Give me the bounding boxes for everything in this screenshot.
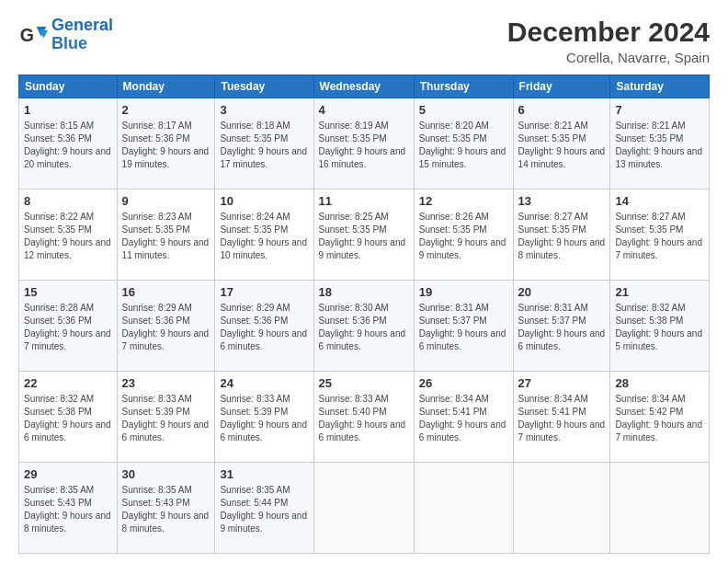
day-number: 21 bbox=[615, 284, 704, 301]
day-info: Sunrise: 8:24 AM Sunset: 5:35 PM Dayligh… bbox=[220, 211, 308, 262]
day-number: 1 bbox=[24, 102, 112, 119]
location-title: Corella, Navarre, Spain bbox=[507, 50, 710, 65]
day-number: 5 bbox=[419, 102, 508, 119]
col-thursday: Thursday bbox=[414, 75, 513, 98]
day-info: Sunrise: 8:33 AM Sunset: 5:40 PM Dayligh… bbox=[319, 393, 409, 444]
day-info: Sunrise: 8:21 AM Sunset: 5:35 PM Dayligh… bbox=[518, 120, 606, 171]
day-number: 30 bbox=[122, 466, 210, 483]
table-row bbox=[610, 463, 710, 554]
day-info: Sunrise: 8:29 AM Sunset: 5:36 PM Dayligh… bbox=[122, 302, 210, 353]
day-number: 19 bbox=[419, 284, 508, 301]
table-row: 2 Sunrise: 8:17 AM Sunset: 5:36 PM Dayli… bbox=[117, 98, 215, 190]
logo-general: General bbox=[51, 16, 113, 34]
day-info: Sunrise: 8:18 AM Sunset: 5:35 PM Dayligh… bbox=[220, 120, 308, 171]
day-info: Sunrise: 8:32 AM Sunset: 5:38 PM Dayligh… bbox=[615, 302, 704, 353]
table-row: 3 Sunrise: 8:18 AM Sunset: 5:35 PM Dayli… bbox=[215, 98, 313, 190]
table-row: 21 Sunrise: 8:32 AM Sunset: 5:38 PM Dayl… bbox=[610, 281, 710, 372]
table-row bbox=[513, 463, 610, 554]
logo-icon: G bbox=[18, 20, 48, 50]
day-info: Sunrise: 8:33 AM Sunset: 5:39 PM Dayligh… bbox=[122, 393, 210, 444]
calendar-week-row: 22 Sunrise: 8:32 AM Sunset: 5:38 PM Dayl… bbox=[19, 372, 710, 463]
table-row: 24 Sunrise: 8:33 AM Sunset: 5:39 PM Dayl… bbox=[215, 372, 313, 463]
calendar-week-row: 8 Sunrise: 8:22 AM Sunset: 5:35 PM Dayli… bbox=[19, 190, 710, 281]
day-info: Sunrise: 8:25 AM Sunset: 5:35 PM Dayligh… bbox=[319, 211, 409, 262]
table-row: 26 Sunrise: 8:34 AM Sunset: 5:41 PM Dayl… bbox=[414, 372, 513, 463]
day-info: Sunrise: 8:34 AM Sunset: 5:41 PM Dayligh… bbox=[518, 393, 606, 444]
col-wednesday: Wednesday bbox=[313, 75, 414, 98]
day-number: 11 bbox=[319, 193, 409, 210]
day-info: Sunrise: 8:31 AM Sunset: 5:37 PM Dayligh… bbox=[419, 302, 508, 353]
day-info: Sunrise: 8:22 AM Sunset: 5:35 PM Dayligh… bbox=[24, 211, 112, 262]
table-row: 31 Sunrise: 8:35 AM Sunset: 5:44 PM Dayl… bbox=[215, 463, 313, 554]
day-number: 25 bbox=[319, 375, 409, 392]
table-row: 23 Sunrise: 8:33 AM Sunset: 5:39 PM Dayl… bbox=[117, 372, 215, 463]
day-number: 29 bbox=[24, 466, 112, 483]
day-number: 15 bbox=[24, 284, 112, 301]
header: G General Blue December 2024 Corella, Na… bbox=[18, 17, 710, 65]
day-info: Sunrise: 8:19 AM Sunset: 5:35 PM Dayligh… bbox=[319, 120, 409, 171]
day-number: 7 bbox=[615, 102, 704, 119]
table-row: 29 Sunrise: 8:35 AM Sunset: 5:43 PM Dayl… bbox=[19, 463, 118, 554]
day-number: 10 bbox=[220, 193, 308, 210]
table-row bbox=[313, 463, 414, 554]
table-row bbox=[414, 463, 513, 554]
table-row: 1 Sunrise: 8:15 AM Sunset: 5:36 PM Dayli… bbox=[19, 98, 118, 190]
day-number: 24 bbox=[220, 375, 308, 392]
page: G General Blue December 2024 Corella, Na… bbox=[0, 0, 728, 563]
col-sunday: Sunday bbox=[19, 75, 118, 98]
calendar-header-row: Sunday Monday Tuesday Wednesday Thursday… bbox=[19, 75, 710, 98]
day-number: 4 bbox=[319, 102, 409, 119]
col-saturday: Saturday bbox=[610, 75, 710, 98]
day-number: 13 bbox=[518, 193, 606, 210]
calendar-table: Sunday Monday Tuesday Wednesday Thursday… bbox=[18, 75, 710, 554]
day-number: 31 bbox=[220, 466, 308, 483]
day-number: 18 bbox=[319, 284, 409, 301]
day-info: Sunrise: 8:35 AM Sunset: 5:43 PM Dayligh… bbox=[24, 484, 112, 535]
day-info: Sunrise: 8:33 AM Sunset: 5:39 PM Dayligh… bbox=[220, 393, 308, 444]
table-row: 18 Sunrise: 8:30 AM Sunset: 5:36 PM Dayl… bbox=[313, 281, 414, 372]
table-row: 25 Sunrise: 8:33 AM Sunset: 5:40 PM Dayl… bbox=[313, 372, 414, 463]
day-number: 16 bbox=[122, 284, 210, 301]
table-row: 6 Sunrise: 8:21 AM Sunset: 5:35 PM Dayli… bbox=[513, 98, 610, 190]
title-block: December 2024 Corella, Navarre, Spain bbox=[507, 17, 710, 65]
day-number: 8 bbox=[24, 193, 112, 210]
table-row: 14 Sunrise: 8:27 AM Sunset: 5:35 PM Dayl… bbox=[610, 190, 710, 281]
day-info: Sunrise: 8:34 AM Sunset: 5:41 PM Dayligh… bbox=[419, 393, 508, 444]
day-info: Sunrise: 8:27 AM Sunset: 5:35 PM Dayligh… bbox=[518, 211, 606, 262]
day-info: Sunrise: 8:15 AM Sunset: 5:36 PM Dayligh… bbox=[24, 120, 112, 171]
table-row: 27 Sunrise: 8:34 AM Sunset: 5:41 PM Dayl… bbox=[513, 372, 610, 463]
day-number: 3 bbox=[220, 102, 308, 119]
table-row: 28 Sunrise: 8:34 AM Sunset: 5:42 PM Dayl… bbox=[610, 372, 710, 463]
col-monday: Monday bbox=[117, 75, 215, 98]
table-row: 22 Sunrise: 8:32 AM Sunset: 5:38 PM Dayl… bbox=[19, 372, 118, 463]
day-number: 28 bbox=[615, 375, 704, 392]
calendar-week-row: 1 Sunrise: 8:15 AM Sunset: 5:36 PM Dayli… bbox=[19, 98, 710, 190]
day-info: Sunrise: 8:30 AM Sunset: 5:36 PM Dayligh… bbox=[319, 302, 409, 353]
table-row: 30 Sunrise: 8:35 AM Sunset: 5:43 PM Dayl… bbox=[117, 463, 215, 554]
day-info: Sunrise: 8:17 AM Sunset: 5:36 PM Dayligh… bbox=[122, 120, 210, 171]
day-number: 20 bbox=[518, 284, 606, 301]
month-title: December 2024 bbox=[507, 17, 710, 48]
svg-text:G: G bbox=[20, 25, 34, 45]
day-info: Sunrise: 8:26 AM Sunset: 5:35 PM Dayligh… bbox=[419, 211, 508, 262]
day-info: Sunrise: 8:35 AM Sunset: 5:43 PM Dayligh… bbox=[122, 484, 210, 535]
day-number: 6 bbox=[518, 102, 606, 119]
col-friday: Friday bbox=[513, 75, 610, 98]
table-row: 19 Sunrise: 8:31 AM Sunset: 5:37 PM Dayl… bbox=[414, 281, 513, 372]
day-info: Sunrise: 8:28 AM Sunset: 5:36 PM Dayligh… bbox=[24, 302, 112, 353]
day-number: 26 bbox=[419, 375, 508, 392]
table-row: 13 Sunrise: 8:27 AM Sunset: 5:35 PM Dayl… bbox=[513, 190, 610, 281]
logo-blue: Blue bbox=[51, 34, 87, 52]
table-row: 7 Sunrise: 8:21 AM Sunset: 5:35 PM Dayli… bbox=[610, 98, 710, 190]
day-info: Sunrise: 8:23 AM Sunset: 5:35 PM Dayligh… bbox=[122, 211, 210, 262]
day-number: 2 bbox=[122, 102, 210, 119]
table-row: 10 Sunrise: 8:24 AM Sunset: 5:35 PM Dayl… bbox=[215, 190, 313, 281]
day-info: Sunrise: 8:29 AM Sunset: 5:36 PM Dayligh… bbox=[220, 302, 308, 353]
table-row: 20 Sunrise: 8:31 AM Sunset: 5:37 PM Dayl… bbox=[513, 281, 610, 372]
calendar-week-row: 29 Sunrise: 8:35 AM Sunset: 5:43 PM Dayl… bbox=[19, 463, 710, 554]
day-number: 17 bbox=[220, 284, 308, 301]
table-row: 11 Sunrise: 8:25 AM Sunset: 5:35 PM Dayl… bbox=[313, 190, 414, 281]
table-row: 8 Sunrise: 8:22 AM Sunset: 5:35 PM Dayli… bbox=[19, 190, 118, 281]
col-tuesday: Tuesday bbox=[215, 75, 313, 98]
day-number: 27 bbox=[518, 375, 606, 392]
